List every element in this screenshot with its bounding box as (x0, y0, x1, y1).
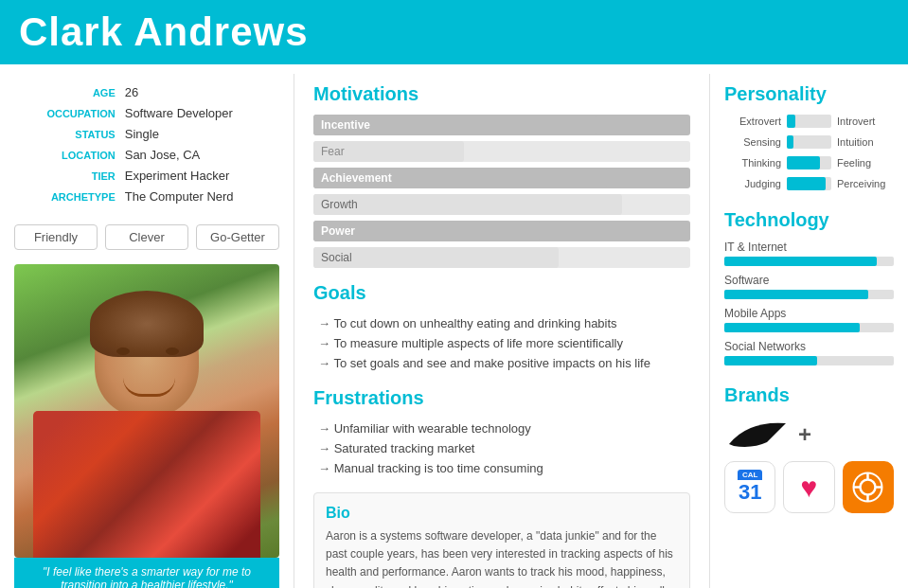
status-row: STATUS Single (16, 127, 277, 146)
motivation-achievement-row: Achievement (313, 168, 690, 188)
tier-value: Experiment Hacker (125, 169, 277, 187)
personality-extrovert-row: Extrovert Introvert (724, 115, 894, 128)
traits-container: Friendly Clever Go-Getter (14, 224, 279, 250)
motivation-growth-bar: Growth (313, 194, 690, 215)
archetype-row: ARCHETYPE The Computer Nerd (16, 189, 277, 208)
technology-title: Technology (724, 209, 894, 231)
bio-title: Bio (326, 505, 678, 522)
tech-internet-bar (724, 257, 894, 266)
thinking-bar (787, 156, 831, 169)
right-column: Personality Extrovert Introvert Sensing … (709, 74, 908, 588)
thinking-label: Thinking (724, 157, 781, 169)
frustrations-section: Frustrations Unfamiliar with wearable te… (313, 387, 690, 478)
trait-friendly: Friendly (14, 224, 98, 250)
goals-list: To cut down on unhealthy eating and drin… (313, 313, 690, 373)
frustrations-list: Unfamiliar with wearable technology Satu… (313, 419, 690, 478)
motivation-power-bar: Power (313, 221, 690, 241)
judging-label: Judging (724, 178, 781, 189)
tech-mobile-row: Mobile Apps (724, 307, 894, 332)
motivation-incentive-label: Incentive (321, 118, 370, 132)
motivations-section: Motivations Incentive Fear (313, 83, 690, 268)
extrovert-label: Extrovert (724, 116, 781, 127)
judging-bar (787, 177, 831, 190)
motivation-incentive-bar: Incentive (313, 115, 690, 135)
goal-item: To set goals and see and make positive i… (318, 353, 690, 373)
perceiving-label: Perceiving (837, 178, 894, 189)
middle-column: Motivations Incentive Fear (294, 74, 709, 588)
motivation-power-row: Power (313, 221, 690, 241)
motivation-power-label: Power (321, 224, 355, 238)
tech-social-fill (724, 356, 817, 365)
motivation-social-row: Social (313, 247, 690, 268)
info-table: AGE 26 OCCUPATION Software Developer STA… (14, 83, 279, 210)
tier-row: TIER Experiment Hacker (16, 169, 277, 187)
nike-brand (724, 416, 791, 454)
page-title: Clark Andrews (19, 9, 889, 55)
goals-title: Goals (313, 282, 690, 304)
motivation-achievement-label: Achievement (321, 171, 392, 185)
goals-section: Goals To cut down on unhealthy eating an… (313, 282, 690, 373)
intuition-label: Intuition (837, 136, 894, 148)
tier-label: TIER (16, 169, 123, 187)
goal-item: To cut down on unhealthy eating and drin… (318, 313, 690, 333)
feeling-label: Feeling (837, 157, 894, 169)
motivation-bars: Incentive Fear Achievement (313, 115, 690, 268)
tech-internet-label: IT & Internet (724, 241, 894, 254)
photo-caption: "I feel like there's a smarter way for m… (14, 558, 279, 588)
tech-social-bar (724, 356, 894, 365)
profile-photo-container: "I feel like there's a smarter way for m… (14, 264, 279, 588)
extrovert-bar (787, 115, 831, 128)
motivation-incentive-row: Incentive (313, 115, 690, 135)
brands-icons: + CAL 31 ♥ (724, 416, 894, 513)
tech-social-row: Social Networks (724, 340, 894, 365)
age-row: AGE 26 (16, 85, 277, 104)
sensing-bar (787, 135, 831, 149)
profile-photo (14, 264, 279, 558)
brand-row-2: CAL 31 ♥ (724, 461, 894, 513)
technology-section: Technology IT & Internet Software Mobile… (724, 209, 894, 365)
tech-software-bar (724, 290, 894, 299)
tech-mobile-label: Mobile Apps (724, 307, 894, 320)
motivation-growth-label: Growth (321, 198, 358, 211)
brand-calendar: CAL 31 (724, 461, 775, 513)
archetype-value: The Computer Nerd (125, 189, 277, 208)
motivation-growth-row: Growth (313, 194, 690, 215)
calendar-content: CAL 31 (739, 471, 761, 505)
header: Clark Andrews (0, 0, 908, 64)
location-value: San Jose, CA (125, 148, 277, 167)
status-value: Single (125, 127, 277, 146)
age-label: AGE (16, 85, 123, 104)
nike-logo-svg (724, 416, 791, 454)
sensing-label: Sensing (724, 136, 781, 148)
brand-health: ♥ (783, 461, 834, 513)
tech-software-label: Software (724, 274, 894, 287)
frustration-item: Manual tracking is too time consuming (318, 458, 690, 478)
motivation-achievement-bar: Achievement (313, 168, 690, 188)
tech-mobile-bar (724, 323, 894, 332)
status-label: STATUS (16, 127, 123, 146)
motivation-social-bar: Social (313, 247, 690, 268)
plus-icon: + (798, 421, 811, 448)
tech-software-row: Software (724, 274, 894, 299)
trait-gogetter: Go-Getter (196, 224, 279, 250)
location-row: LOCATION San Jose, CA (16, 148, 277, 167)
motivation-fear-label: Fear (321, 145, 345, 158)
location-label: LOCATION (16, 148, 123, 167)
archetype-label: ARCHETYPE (16, 189, 123, 208)
heart-icon: ♥ (801, 472, 818, 504)
trait-clever: Clever (105, 224, 188, 250)
left-column: AGE 26 OCCUPATION Software Developer STA… (0, 74, 294, 588)
frustration-item: Saturated tracking market (318, 438, 690, 458)
personality-thinking-row: Thinking Feeling (724, 156, 894, 169)
calendar-header: CAL (738, 470, 762, 480)
main-content: AGE 26 OCCUPATION Software Developer STA… (0, 64, 908, 588)
occupation-value: Software Developer (125, 106, 277, 125)
goal-item: To measure multiple aspects of life more… (318, 333, 690, 353)
tech-mobile-fill (724, 323, 860, 332)
personality-sensing-row: Sensing Intuition (724, 135, 894, 149)
frustrations-title: Frustrations (313, 387, 690, 409)
brand-orange-app (843, 461, 894, 513)
motivation-fear-row: Fear (313, 141, 690, 162)
tech-software-fill (724, 290, 868, 299)
motivation-social-label: Social (321, 251, 352, 264)
